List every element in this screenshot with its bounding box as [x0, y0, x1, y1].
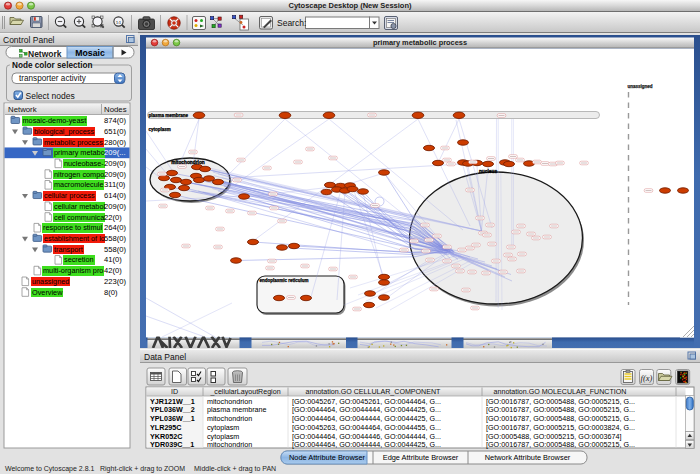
svg-text:Cytoscape Desktop (New Session: Cytoscape Desktop (New Session) — [289, 1, 412, 10]
svg-text:endoplasmic reticulum: endoplasmic reticulum — [260, 278, 309, 283]
svg-text:nucleus: nucleus — [479, 169, 497, 174]
svg-text:primary metabolic process: primary metabolic process — [373, 38, 467, 47]
svg-text:cytoplasm: cytoplasm — [149, 127, 171, 132]
svg-text:f(x): f(x) — [641, 373, 653, 383]
svg-text:1:1: 1:1 — [116, 21, 121, 25]
svg-text:mitochondrion: mitochondrion — [171, 160, 205, 165]
svg-text:plasma membrane: plasma membrane — [149, 113, 189, 118]
svg-text:unassigned: unassigned — [628, 84, 653, 89]
